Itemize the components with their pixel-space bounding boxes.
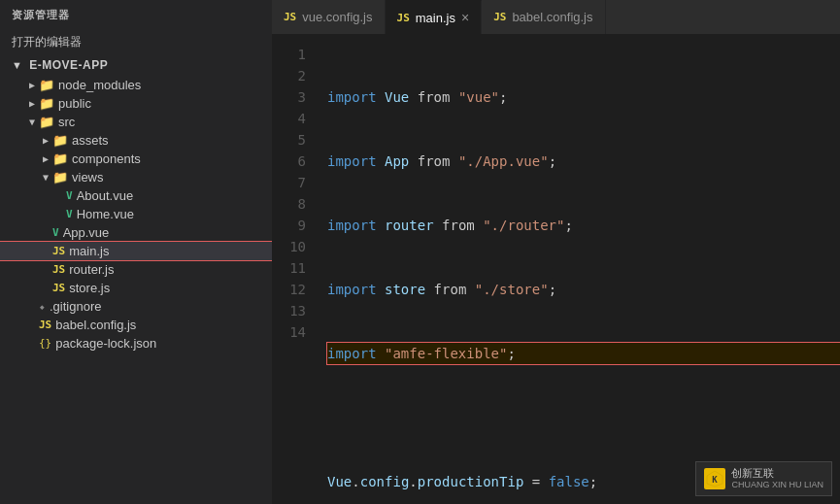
js-icon: JS: [52, 245, 65, 257]
vue-icon: V: [66, 208, 73, 220]
folder-icon: 📁: [52, 133, 68, 148]
code-lines: import Vue from "vue"; import App from "…: [316, 34, 840, 504]
tree-item-node-modules[interactable]: ▶ 📁 node_modules: [0, 76, 272, 94]
arrow-public: ▶: [25, 98, 39, 109]
tab-main-js[interactable]: JS main.js ×: [386, 0, 483, 34]
tree-item-about-vue[interactable]: ▶ V About.vue: [0, 186, 272, 205]
node-modules-label: node_modules: [58, 78, 141, 92]
line-numbers: 1 2 3 4 5 6 7 8 9 10 11 12 13 14: [272, 34, 316, 504]
folder-icon: 📁: [39, 115, 54, 129]
main-js-label: main.js: [69, 244, 109, 258]
code-line-2: import App from "./App.vue";: [327, 151, 840, 172]
js-icon: JS: [52, 263, 65, 276]
tree-item-assets[interactable]: ▶ 📁 assets: [0, 131, 272, 150]
line-num-11: 11: [272, 257, 306, 279]
tab-babel-config-label: babel.config.js: [512, 10, 592, 24]
arrow-assets: ▶: [39, 135, 52, 146]
folder-icon: 📁: [52, 170, 68, 185]
line-num-13: 13: [272, 300, 306, 321]
code-line-6: [327, 407, 840, 428]
tree-item-views[interactable]: ▼ 📁 views: [0, 168, 272, 186]
line-num-12: 12: [272, 279, 306, 300]
tree-item-src[interactable]: ▼ 📁 src: [0, 113, 272, 131]
tree-item-package-lock[interactable]: ▶ {} package-lock.json: [0, 334, 272, 353]
project-header[interactable]: ▼ E-MOVE-APP: [0, 54, 272, 76]
editor-area: JS vue.config.js JS main.js × JS babel.c…: [272, 0, 840, 504]
tree-item-app-vue[interactable]: ▶ V App.vue: [0, 223, 272, 242]
line-num-7: 7: [272, 172, 306, 193]
home-vue-label: Home.vue: [77, 207, 134, 221]
project-arrow: ▼: [12, 59, 22, 71]
tab-bar: JS vue.config.js JS main.js × JS babel.c…: [272, 0, 840, 34]
git-icon: ⬥: [39, 300, 46, 313]
close-tab-button[interactable]: ×: [461, 11, 469, 24]
line-num-6: 6: [272, 151, 306, 172]
folder-icon: 📁: [39, 96, 54, 111]
arrow-node-modules: ▶: [25, 80, 39, 90]
tree-item-router-js[interactable]: ▶ JS router.js: [0, 260, 272, 279]
svg-text:K: K: [713, 475, 719, 485]
code-editor[interactable]: 1 2 3 4 5 6 7 8 9 10 11 12 13 14 import …: [272, 34, 840, 504]
line-num-2: 2: [272, 65, 306, 86]
sidebar: 资源管理器 打开的编辑器 ▼ E-MOVE-APP ▶ 📁 node_modul…: [0, 0, 272, 504]
js-icon: JS: [39, 319, 51, 331]
line-num-4: 4: [272, 108, 306, 129]
watermark-text: 创新互联 CHUANG XIN HU LIAN: [731, 466, 823, 491]
tree-item-main-js[interactable]: ▶ JS main.js: [0, 242, 272, 260]
arrow-components: ▶: [39, 153, 52, 164]
line-num-14: 14: [272, 321, 306, 343]
assets-label: assets: [72, 133, 109, 148]
babel-config-label: babel.config.js: [55, 318, 136, 332]
arrow-views: ▼: [39, 172, 52, 183]
tab-vue-config[interactable]: JS vue.config.js: [272, 0, 386, 34]
project-name: E-MOVE-APP: [29, 58, 108, 72]
gitignore-label: .gitignore: [50, 299, 101, 314]
code-line-5: import "amfe-flexible";: [327, 343, 840, 364]
watermark-logo: K: [704, 468, 725, 489]
src-label: src: [58, 115, 75, 129]
about-vue-label: About.vue: [77, 188, 134, 203]
line-num-9: 9: [272, 215, 306, 236]
router-js-label: router.js: [69, 262, 114, 277]
line-num-1: 1: [272, 44, 306, 65]
tab-main-js-label: main.js: [416, 11, 455, 25]
app-vue-label: App.vue: [63, 225, 110, 240]
watermark-logo-icon: K: [705, 469, 724, 488]
line-num-10: 10: [272, 236, 306, 257]
js-icon: JS: [52, 282, 65, 294]
package-lock-label: package-lock.json: [55, 336, 156, 351]
tab-vue-config-label: vue.config.js: [302, 10, 372, 24]
line-num-3: 3: [272, 86, 306, 108]
code-line-4: import store from "./store";: [327, 279, 840, 300]
js-icon: JS: [397, 12, 410, 24]
folder-icon: 📁: [39, 78, 54, 92]
js-icon: JS: [493, 11, 506, 23]
folder-icon: 📁: [52, 151, 68, 166]
watermark-line2: CHUANG XIN HU LIAN: [731, 480, 823, 491]
file-tree: ▶ 📁 node_modules ▶ 📁 public ▼ 📁 src ▶ 📁 …: [0, 76, 272, 504]
code-line-3: import router from "./router";: [327, 215, 840, 236]
tree-item-components[interactable]: ▶ 📁 components: [0, 150, 272, 168]
tree-item-public[interactable]: ▶ 📁 public: [0, 94, 272, 113]
tab-babel-config[interactable]: JS babel.config.js: [482, 0, 605, 34]
open-editors-header[interactable]: 打开的编辑器: [0, 30, 272, 54]
json-brace-icon: {}: [39, 337, 51, 350]
components-label: components: [72, 151, 141, 166]
sidebar-title: 资源管理器: [0, 0, 272, 30]
vue-icon: V: [52, 226, 59, 239]
tree-item-babel-config[interactable]: ▶ JS babel.config.js: [0, 316, 272, 334]
store-js-label: store.js: [69, 281, 110, 295]
code-line-1: import Vue from "vue";: [327, 86, 840, 108]
public-label: public: [58, 96, 91, 111]
tree-item-gitignore[interactable]: ▶ ⬥ .gitignore: [0, 297, 272, 316]
js-icon: JS: [284, 11, 296, 23]
line-num-8: 8: [272, 193, 306, 215]
tree-item-store-js[interactable]: ▶ JS store.js: [0, 279, 272, 297]
line-num-5: 5: [272, 129, 306, 151]
tree-item-home-vue[interactable]: ▶ V Home.vue: [0, 205, 272, 223]
watermark-line1: 创新互联: [731, 466, 823, 480]
views-label: views: [72, 170, 104, 185]
arrow-src: ▼: [25, 117, 39, 127]
watermark: K 创新互联 CHUANG XIN HU LIAN: [695, 461, 832, 496]
vue-icon: V: [66, 189, 73, 202]
